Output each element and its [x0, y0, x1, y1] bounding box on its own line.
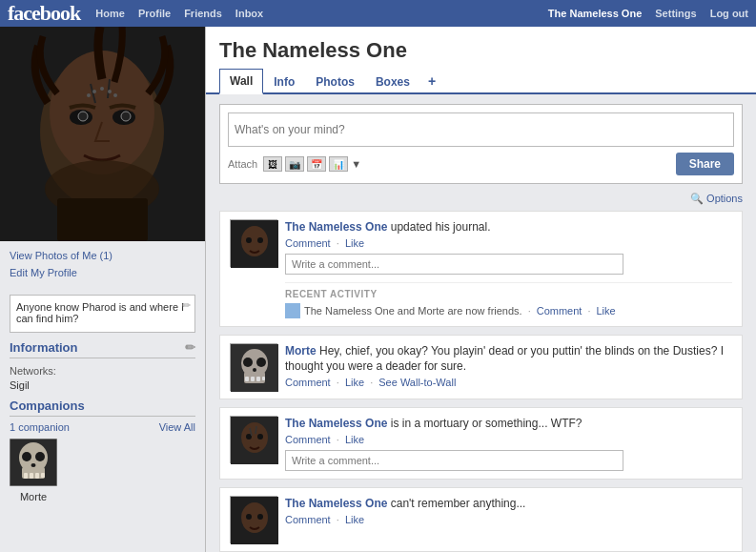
nav-profile[interactable]: Profile [138, 8, 171, 19]
attach-chart-icon[interactable]: 📊 [329, 156, 348, 172]
dot3: · [587, 305, 590, 317]
networks-value: Sigil [10, 379, 195, 391]
svg-rect-22 [24, 473, 28, 479]
attach-photo-icon[interactable]: 🖼 [263, 156, 282, 172]
recent-activity-section: RECENT ACTIVITY The Nameless One and Mor… [285, 282, 732, 318]
activity-comment[interactable]: Comment [537, 305, 582, 317]
whats-on-mind-input[interactable] [228, 112, 734, 147]
companions-count-link[interactable]: 1 companion [10, 421, 70, 433]
svg-point-20 [35, 452, 45, 461]
comment-action[interactable]: Comment [285, 514, 331, 525]
like-action[interactable]: Like [345, 237, 364, 249]
right-content: The Nameless One Wall Info Photos Boxes … [205, 27, 756, 552]
post-item: The Nameless One updated his journal. Co… [219, 211, 743, 327]
options-row[interactable]: 🔍 Options [219, 192, 743, 205]
poster-name-link[interactable]: The Nameless One [285, 417, 387, 430]
dot-separator: · [337, 377, 339, 388]
tab-wall[interactable]: Wall [219, 69, 263, 94]
dot-separator: · [337, 237, 339, 249]
post-item: Morte Hey, chief, you okay? You playin' … [219, 335, 743, 399]
view-photos-link[interactable]: View Photos of Me (1) [10, 247, 195, 264]
tab-add-icon[interactable]: + [420, 70, 443, 92]
comment-action[interactable]: Comment [285, 377, 331, 388]
svg-rect-36 [245, 377, 249, 381]
attach-label: Attach [228, 158, 257, 170]
poster-name-link[interactable]: The Nameless One [285, 220, 387, 234]
nav-friends[interactable]: Friends [184, 8, 222, 19]
nav-settings[interactable]: Settings [655, 8, 696, 19]
tab-photos[interactable]: Photos [305, 70, 365, 94]
dot-separator: · [337, 434, 339, 445]
svg-point-35 [253, 368, 256, 372]
post-action: updated his journal. [391, 220, 491, 234]
post-action: can't remember anything... [391, 497, 526, 510]
options-label: Options [706, 193, 743, 204]
attach-video-icon[interactable]: 📷 [285, 156, 304, 172]
post-actions: Comment · Like · See Wall-to-Wall [285, 377, 732, 388]
svg-point-19 [22, 452, 31, 461]
nav-home[interactable]: Home [95, 8, 125, 19]
tab-boxes[interactable]: Boxes [365, 70, 420, 94]
nav-links: Home Profile Friends Inbox [95, 8, 263, 19]
svg-point-49 [257, 514, 263, 520]
page-title: The Nameless One [219, 38, 743, 63]
svg-point-11 [100, 87, 104, 91]
post-body: The Nameless One can't remember anything… [285, 496, 732, 543]
post-avatar [230, 219, 277, 267]
comment-input[interactable] [285, 450, 623, 471]
post-body: The Nameless One updated his journal. Co… [285, 219, 732, 318]
svg-point-12 [108, 90, 112, 93]
poster-name-link[interactable]: The Nameless One [285, 497, 387, 510]
post-item: The Nameless One is in a mortuary or som… [219, 407, 743, 480]
like-action[interactable]: Like [345, 434, 364, 445]
activity-like[interactable]: Like [596, 305, 615, 317]
svg-rect-39 [262, 377, 265, 380]
comment-action[interactable]: Comment [285, 237, 331, 249]
svg-point-21 [31, 463, 36, 467]
right-nav: The Nameless One Settings Log out [548, 8, 748, 19]
edit-profile-link[interactable]: Edit My Profile [10, 264, 195, 281]
comment-input[interactable] [285, 254, 623, 275]
svg-line-45 [255, 426, 256, 434]
profile-photo [0, 27, 205, 241]
companions-header-label: Companions [10, 399, 85, 413]
profile-header: The Nameless One [206, 27, 756, 63]
status-text: Anyone know Pharod is and where I can fi… [16, 301, 184, 324]
current-user-name: The Nameless One [548, 8, 642, 19]
post-body: The Nameless One is in a mortuary or som… [285, 416, 732, 471]
attach-dropdown-icon[interactable]: ▼ [351, 158, 361, 170]
profile-photo-image [0, 27, 205, 241]
facebook-logo: facebook [8, 1, 80, 26]
poster-name-link[interactable]: Morte [285, 344, 317, 358]
post-item: The Nameless One can't remember anything… [219, 487, 743, 552]
sidebar-links: View Photos of Me (1) Edit My Profile [0, 241, 205, 287]
dot-separator: · [337, 514, 339, 525]
like-action[interactable]: Like [345, 514, 364, 525]
post-actions: Comment · Like [285, 434, 732, 445]
post-avatar [230, 416, 277, 463]
recent-activity-label: RECENT ACTIVITY [285, 289, 732, 299]
post-action: Hey, chief, you okay? You playin' dead o… [285, 344, 724, 373]
mind-toolbar: Attach 🖼 📷 📅 📊 ▼ Share [228, 153, 734, 175]
svg-rect-23 [30, 473, 33, 479]
activity-text: The Nameless One and Morte are now frien… [304, 305, 522, 317]
svg-point-10 [92, 90, 96, 93]
svg-point-13 [113, 93, 117, 97]
info-header-label: Information [10, 340, 78, 355]
status-edit-icon[interactable]: ✏ [182, 299, 191, 312]
share-button[interactable]: Share [676, 153, 734, 175]
wall-content: Attach 🖼 📷 📅 📊 ▼ Share 🔍 Options [206, 94, 756, 552]
comment-action[interactable]: Comment [285, 434, 331, 445]
nav-logout[interactable]: Log out [710, 8, 748, 19]
nav-inbox[interactable]: Inbox [235, 8, 263, 19]
companions-section: Companions 1 companion View All [10, 399, 195, 503]
info-edit-icon[interactable]: ✏ [185, 340, 195, 355]
see-wall-to-wall-link[interactable]: See Wall-to-Wall [378, 377, 456, 388]
companions-view-all-link[interactable]: View All [159, 421, 195, 433]
svg-point-43 [257, 434, 263, 440]
attach-event-icon[interactable]: 📅 [307, 156, 326, 172]
morte-thumb-image [10, 439, 57, 486]
svg-rect-15 [57, 198, 148, 241]
like-action[interactable]: Like [345, 377, 364, 388]
tab-info[interactable]: Info [263, 70, 305, 94]
